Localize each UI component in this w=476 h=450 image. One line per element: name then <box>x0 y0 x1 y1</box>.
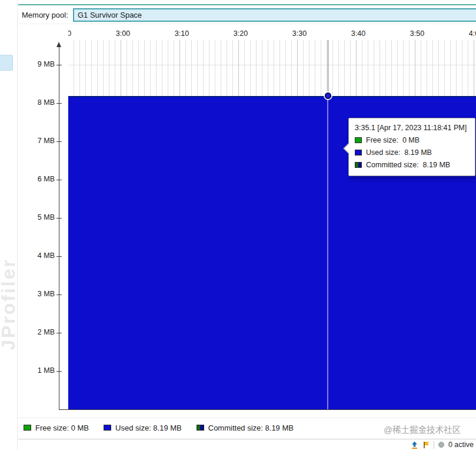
tooltip-arrow-fill <box>344 144 349 153</box>
memory-pool-selected-value: G1 Survivor Space <box>78 11 142 19</box>
y-axis-tick <box>56 256 62 257</box>
chart-legend: Free size: 0 MB Used size: 8.19 MB Commi… <box>24 419 294 436</box>
status-bar: 0 active <box>18 439 476 450</box>
y-tick-label: 4 MB <box>21 252 55 260</box>
x-tick-label: 3:30 <box>288 29 311 38</box>
chart-tooltip: 3:35.1 [Apr 17, 2023 11:18:41 PM] Free s… <box>348 118 475 176</box>
tooltip-used-value: 8.19 MB <box>404 148 432 157</box>
x-tick-label: 4:00 <box>464 29 476 38</box>
y-axis-tick <box>56 103 62 104</box>
y-tick-label: 7 MB <box>21 137 55 145</box>
tooltip-free-value: 0 MB <box>402 136 420 144</box>
y-tick-label: 1 MB <box>21 366 55 375</box>
left-sidebar: JProfiler <box>0 0 18 450</box>
y-tick-label: 8 MB <box>21 98 55 107</box>
tooltip-row-used: Used size: 8.19 MB <box>355 148 469 157</box>
y-axis-tick <box>56 180 62 180</box>
tooltip-committed-label: Committed size: <box>366 161 419 169</box>
memory-pool-header: Memory pool: G1 Survivor Space <box>18 6 476 24</box>
x-axis-labels: 2:503:003:103:203:303:403:504:00 <box>68 29 476 39</box>
x-axis-line <box>59 409 476 410</box>
y-tick-label: 5 MB <box>21 213 55 221</box>
y-axis-tick <box>56 295 62 295</box>
active-recordings-label[interactable]: 0 active <box>448 441 474 449</box>
legend-used-label: Used size: 8.19 MB <box>115 423 182 432</box>
committed-size-swatch-icon <box>355 162 362 168</box>
y-tick-label: 6 MB <box>21 175 55 183</box>
toolbar-bottom-edge <box>18 0 476 5</box>
legend-item-used: Used size: 8.19 MB <box>104 423 182 432</box>
y-tick-label: 9 MB <box>21 60 55 68</box>
selection-marker-dot <box>325 92 331 99</box>
legend-free-label: Free size: 0 MB <box>35 423 89 432</box>
site-watermark: @稀土掘金技术社区 <box>384 423 461 435</box>
y-axis-line <box>59 45 59 409</box>
y-axis-tick <box>56 371 62 372</box>
memory-pool-label: Memory pool: <box>22 11 68 19</box>
free-size-swatch-icon <box>24 425 31 431</box>
statusbar-separator <box>434 441 434 449</box>
plot-area[interactable] <box>68 40 476 409</box>
memory-pool-chart: 2:503:003:103:203:303:403:504:00 3:35.1 … <box>18 25 476 418</box>
x-tick-label: 3:20 <box>229 29 252 38</box>
upload-icon[interactable] <box>411 441 418 449</box>
legend-committed-label: Committed size: 8.19 MB <box>208 423 294 432</box>
y-axis-tick <box>56 218 62 219</box>
y-axis-tick <box>56 141 62 142</box>
y-tick-label: 2 MB <box>21 328 55 336</box>
recordings-indicator-dot <box>438 442 444 448</box>
legend-item-free: Free size: 0 MB <box>24 423 89 432</box>
bookmark-flag-icon[interactable] <box>422 441 430 449</box>
x-tick-label: 3:50 <box>405 29 429 38</box>
y-tick-label: 3 MB <box>21 290 55 298</box>
tooltip-row-committed: Committed size: 8.19 MB <box>355 161 469 169</box>
y-axis-tick <box>56 65 62 65</box>
selection-line-lower <box>327 96 328 409</box>
x-tick-label: 2:50 <box>68 29 76 38</box>
jprofiler-vertical-watermark: JProfiler <box>0 258 19 350</box>
memory-pool-select[interactable]: G1 Survivor Space <box>73 8 476 22</box>
used-size-swatch-icon <box>355 150 362 155</box>
selection-line-upper <box>328 40 328 96</box>
x-tick-label: 3:10 <box>170 29 194 38</box>
x-tick-label: 3:40 <box>347 29 370 38</box>
tooltip-free-label: Free size: <box>366 136 398 144</box>
x-tick-label: 3:00 <box>111 29 135 38</box>
legend-item-committed: Committed size: 8.19 MB <box>197 423 294 432</box>
used-size-swatch-icon <box>104 425 111 431</box>
committed-size-swatch-icon <box>197 425 204 431</box>
tooltip-used-label: Used size: <box>366 148 400 157</box>
free-size-swatch-icon <box>355 137 362 143</box>
y-axis-tick <box>56 333 62 333</box>
tooltip-timestamp: 3:35.1 [Apr 17, 2023 11:18:41 PM] <box>355 124 469 132</box>
tooltip-committed-value: 8.19 MB <box>423 161 451 169</box>
jprofiler-window: JProfiler Memory pool: G1 Survivor Space… <box>0 0 476 450</box>
tooltip-row-free: Free size: 0 MB <box>355 136 469 144</box>
sidebar-selected-tab[interactable] <box>0 55 13 71</box>
